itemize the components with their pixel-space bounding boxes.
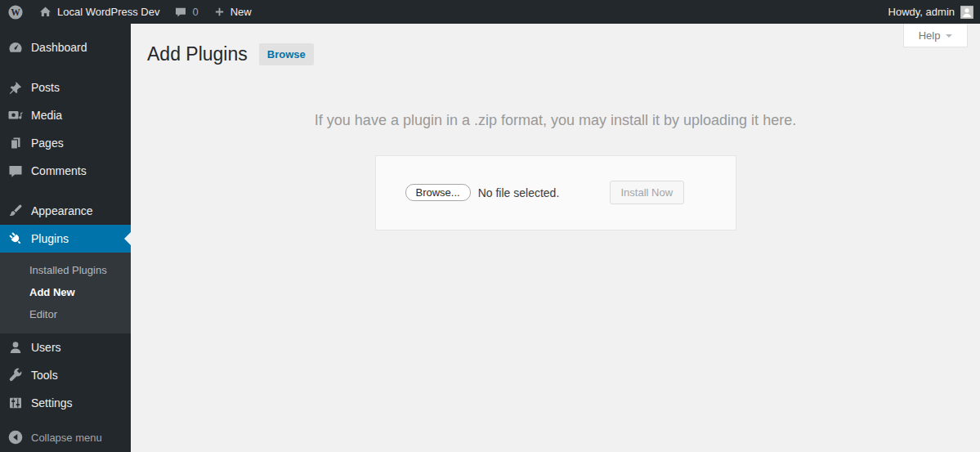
sidebar-item-label: Users bbox=[31, 341, 61, 354]
sidebar-item-pages[interactable]: Pages bbox=[0, 129, 131, 157]
help-label: Help bbox=[919, 29, 941, 42]
sidebar-item-label: Dashboard bbox=[31, 41, 87, 54]
page-title: Add Plugins bbox=[147, 43, 248, 66]
admin-bar-right: Howdy, admin bbox=[882, 0, 980, 24]
sidebar-item-label: Appearance bbox=[31, 204, 93, 217]
site-name-label: Local WordPress Dev bbox=[57, 6, 159, 18]
sidebar-item-appearance[interactable]: Appearance bbox=[0, 197, 131, 225]
sidebar-item-posts[interactable]: Posts bbox=[0, 74, 131, 101]
page-header: Add Plugins Browse bbox=[131, 24, 980, 66]
collapse-menu-label: Collapse menu bbox=[31, 432, 102, 444]
sidebar-item-tools[interactable]: Tools bbox=[0, 361, 131, 389]
submenu-installed-plugins[interactable]: Installed Plugins bbox=[0, 259, 131, 281]
upload-help-text: If you have a plugin in a .zip format, y… bbox=[131, 112, 980, 129]
settings-icon bbox=[7, 395, 24, 411]
submenu-add-new[interactable]: Add New bbox=[0, 281, 131, 303]
file-status-text: No file selected. bbox=[478, 186, 560, 199]
pages-icon bbox=[7, 135, 24, 151]
sidebar-item-label: Plugins bbox=[31, 232, 69, 245]
help-dropdown-button[interactable]: Help bbox=[903, 24, 968, 47]
sidebar-item-media[interactable]: Media bbox=[0, 101, 131, 129]
comment-icon bbox=[7, 163, 24, 179]
pushpin-icon bbox=[7, 79, 24, 96]
wrench-icon bbox=[7, 367, 24, 383]
file-browse-button[interactable]: Browse... bbox=[405, 184, 471, 201]
sidebar-item-label: Posts bbox=[31, 81, 60, 94]
plug-icon bbox=[7, 230, 24, 247]
site-name-link[interactable]: Local WordPress Dev bbox=[31, 0, 167, 24]
install-now-button[interactable]: Install Now bbox=[610, 181, 685, 204]
brush-icon bbox=[7, 203, 24, 219]
new-label: New bbox=[230, 6, 252, 18]
file-input[interactable]: Browse... No file selected. bbox=[405, 184, 610, 201]
sidebar-item-settings[interactable]: Settings bbox=[0, 389, 131, 417]
sidebar-item-users[interactable]: Users bbox=[0, 333, 131, 361]
sidebar-item-dashboard[interactable]: Dashboard bbox=[0, 34, 131, 61]
plugins-submenu: Installed Plugins Add New Editor bbox=[0, 253, 131, 333]
user-icon bbox=[7, 339, 24, 356]
admin-menu: Dashboard Posts Media bbox=[0, 24, 131, 451]
sidebar-item-label: Comments bbox=[31, 164, 87, 177]
admin-bar-left: W Local WordPress Dev 0 bbox=[0, 0, 259, 24]
comments-bubble-icon bbox=[174, 6, 187, 19]
wordpress-menu-button[interactable]: W bbox=[0, 0, 31, 24]
dashboard-icon bbox=[7, 39, 24, 56]
collapse-menu-button[interactable]: Collapse menu bbox=[0, 423, 131, 451]
sidebar-item-plugins[interactable]: Plugins bbox=[0, 225, 131, 253]
plus-icon bbox=[213, 6, 226, 18]
howdy-label: Howdy, admin bbox=[888, 6, 955, 18]
menu-separator bbox=[0, 61, 131, 74]
admin-sidebar: Dashboard Posts Media bbox=[0, 24, 131, 452]
menu-separator bbox=[0, 185, 131, 197]
svg-text:W: W bbox=[11, 7, 20, 17]
admin-bar: W Local WordPress Dev 0 bbox=[0, 0, 980, 24]
sidebar-item-label: Settings bbox=[31, 396, 73, 409]
sidebar-item-label: Pages bbox=[31, 136, 64, 150]
media-icon bbox=[7, 107, 24, 123]
admin-bar-comments[interactable]: 0 bbox=[167, 0, 205, 24]
browse-plugins-button[interactable]: Browse bbox=[259, 43, 314, 65]
home-icon bbox=[38, 5, 52, 19]
sidebar-item-label: Tools bbox=[31, 369, 58, 382]
plugin-upload-form: Browse... No file selected. Install Now bbox=[375, 155, 736, 230]
submenu-editor[interactable]: Editor bbox=[0, 303, 131, 325]
main-content: Help Add Plugins Browse If you have a pl… bbox=[131, 24, 980, 452]
comments-count: 0 bbox=[192, 6, 198, 18]
account-menu[interactable]: Howdy, admin bbox=[882, 0, 980, 24]
wordpress-logo-icon: W bbox=[7, 4, 24, 20]
chevron-down-icon bbox=[946, 34, 952, 41]
sidebar-item-label: Media bbox=[31, 109, 62, 122]
collapse-arrow-icon bbox=[7, 429, 24, 445]
sidebar-item-comments[interactable]: Comments bbox=[0, 157, 131, 185]
admin-bar-new[interactable]: New bbox=[206, 0, 259, 24]
avatar bbox=[960, 6, 973, 19]
